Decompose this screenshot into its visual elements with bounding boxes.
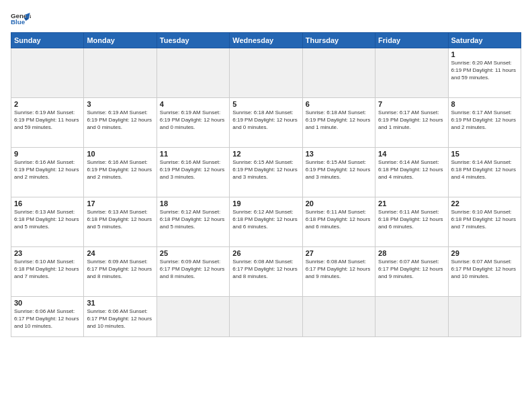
day-info: Sunrise: 6:06 AM Sunset: 6:17 PM Dayligh… bbox=[87, 308, 153, 330]
calendar-cell: 22Sunrise: 6:10 AM Sunset: 6:18 PM Dayli… bbox=[448, 197, 521, 247]
weekday-header-row: SundayMondayTuesdayWednesdayThursdayFrid… bbox=[11, 33, 521, 48]
day-info: Sunrise: 6:14 AM Sunset: 6:18 PM Dayligh… bbox=[378, 158, 445, 181]
calendar-cell: 25Sunrise: 6:09 AM Sunset: 6:17 PM Dayli… bbox=[157, 247, 229, 297]
calendar-cell: 6Sunrise: 6:18 AM Sunset: 6:19 PM Daylig… bbox=[302, 98, 375, 148]
calendar-week-row: 9Sunrise: 6:16 AM Sunset: 6:19 PM Daylig… bbox=[11, 148, 521, 197]
page: General Blue SundayMondayTuesdayWednesda… bbox=[0, 0, 532, 411]
day-number: 31 bbox=[87, 299, 153, 307]
calendar-cell: 2Sunrise: 6:19 AM Sunset: 6:19 PM Daylig… bbox=[11, 98, 84, 148]
day-info: Sunrise: 6:12 AM Sunset: 6:18 PM Dayligh… bbox=[232, 208, 299, 231]
day-info: Sunrise: 6:09 AM Sunset: 6:17 PM Dayligh… bbox=[87, 258, 153, 281]
calendar-week-row: 16Sunrise: 6:13 AM Sunset: 6:18 PM Dayli… bbox=[11, 197, 521, 247]
day-info: Sunrise: 6:19 AM Sunset: 6:19 PM Dayligh… bbox=[160, 109, 226, 132]
day-info: Sunrise: 6:10 AM Sunset: 6:18 PM Dayligh… bbox=[451, 208, 518, 231]
calendar-cell: 12Sunrise: 6:15 AM Sunset: 6:19 PM Dayli… bbox=[230, 148, 302, 197]
calendar-cell: 18Sunrise: 6:12 AM Sunset: 6:18 PM Dayli… bbox=[157, 197, 229, 247]
day-info: Sunrise: 6:16 AM Sunset: 6:19 PM Dayligh… bbox=[87, 158, 153, 181]
day-number: 4 bbox=[160, 100, 226, 108]
calendar-cell: 28Sunrise: 6:07 AM Sunset: 6:17 PM Dayli… bbox=[375, 247, 448, 297]
calendar-cell bbox=[230, 297, 302, 337]
calendar-cell bbox=[302, 48, 375, 98]
weekday-header-wednesday: Wednesday bbox=[230, 33, 302, 48]
day-number: 11 bbox=[160, 150, 226, 158]
calendar-cell bbox=[157, 48, 229, 98]
calendar-cell: 15Sunrise: 6:14 AM Sunset: 6:18 PM Dayli… bbox=[448, 148, 521, 197]
weekday-header-monday: Monday bbox=[84, 33, 157, 48]
day-info: Sunrise: 6:07 AM Sunset: 6:17 PM Dayligh… bbox=[451, 258, 518, 281]
day-number: 17 bbox=[87, 199, 153, 208]
day-info: Sunrise: 6:13 AM Sunset: 6:18 PM Dayligh… bbox=[14, 208, 81, 231]
day-number: 25 bbox=[160, 249, 226, 257]
day-number: 22 bbox=[451, 199, 518, 208]
calendar-cell: 24Sunrise: 6:09 AM Sunset: 6:17 PM Dayli… bbox=[84, 247, 157, 297]
logo: General Blue bbox=[11, 11, 31, 27]
day-info: Sunrise: 6:15 AM Sunset: 6:19 PM Dayligh… bbox=[306, 158, 372, 181]
calendar-cell: 3Sunrise: 6:19 AM Sunset: 6:19 PM Daylig… bbox=[84, 98, 157, 148]
calendar-cell: 10Sunrise: 6:16 AM Sunset: 6:19 PM Dayli… bbox=[84, 148, 157, 197]
calendar-cell bbox=[375, 297, 448, 337]
calendar-cell: 16Sunrise: 6:13 AM Sunset: 6:18 PM Dayli… bbox=[11, 197, 84, 247]
calendar-cell: 4Sunrise: 6:19 AM Sunset: 6:19 PM Daylig… bbox=[157, 98, 229, 148]
calendar-table: SundayMondayTuesdayWednesdayThursdayFrid… bbox=[11, 32, 521, 337]
day-number: 3 bbox=[87, 100, 153, 108]
day-number: 24 bbox=[87, 249, 153, 257]
day-number: 18 bbox=[160, 199, 226, 208]
weekday-header-tuesday: Tuesday bbox=[157, 33, 229, 48]
calendar-cell bbox=[302, 297, 375, 337]
day-info: Sunrise: 6:17 AM Sunset: 6:19 PM Dayligh… bbox=[451, 109, 518, 132]
day-number: 28 bbox=[378, 249, 445, 257]
calendar-week-row: 23Sunrise: 6:10 AM Sunset: 6:18 PM Dayli… bbox=[11, 247, 521, 297]
weekday-header-sunday: Sunday bbox=[11, 33, 84, 48]
calendar-cell: 13Sunrise: 6:15 AM Sunset: 6:19 PM Dayli… bbox=[302, 148, 375, 197]
calendar-cell: 1Sunrise: 6:20 AM Sunset: 6:19 PM Daylig… bbox=[448, 48, 521, 98]
day-info: Sunrise: 6:11 AM Sunset: 6:18 PM Dayligh… bbox=[378, 208, 445, 231]
calendar-cell: 23Sunrise: 6:10 AM Sunset: 6:18 PM Dayli… bbox=[11, 247, 84, 297]
day-info: Sunrise: 6:07 AM Sunset: 6:17 PM Dayligh… bbox=[378, 258, 445, 281]
day-number: 29 bbox=[451, 249, 518, 257]
calendar-cell: 5Sunrise: 6:18 AM Sunset: 6:19 PM Daylig… bbox=[230, 98, 302, 148]
day-number: 9 bbox=[14, 150, 81, 158]
day-info: Sunrise: 6:18 AM Sunset: 6:19 PM Dayligh… bbox=[232, 109, 299, 132]
day-info: Sunrise: 6:08 AM Sunset: 6:17 PM Dayligh… bbox=[232, 258, 299, 281]
day-info: Sunrise: 6:16 AM Sunset: 6:19 PM Dayligh… bbox=[160, 158, 226, 181]
calendar-cell: 26Sunrise: 6:08 AM Sunset: 6:17 PM Dayli… bbox=[230, 247, 302, 297]
day-number: 16 bbox=[14, 199, 81, 208]
svg-text:Blue: Blue bbox=[11, 18, 26, 26]
day-info: Sunrise: 6:12 AM Sunset: 6:18 PM Dayligh… bbox=[160, 208, 226, 231]
calendar-cell: 20Sunrise: 6:11 AM Sunset: 6:18 PM Dayli… bbox=[302, 197, 375, 247]
header: General Blue bbox=[11, 11, 521, 27]
day-info: Sunrise: 6:14 AM Sunset: 6:18 PM Dayligh… bbox=[451, 158, 518, 181]
day-info: Sunrise: 6:20 AM Sunset: 6:19 PM Dayligh… bbox=[451, 59, 518, 82]
day-info: Sunrise: 6:08 AM Sunset: 6:17 PM Dayligh… bbox=[306, 258, 372, 281]
calendar-cell bbox=[157, 297, 229, 337]
day-number: 2 bbox=[14, 100, 81, 108]
day-number: 5 bbox=[232, 100, 299, 108]
calendar-cell: 27Sunrise: 6:08 AM Sunset: 6:17 PM Dayli… bbox=[302, 247, 375, 297]
calendar-cell: 14Sunrise: 6:14 AM Sunset: 6:18 PM Dayli… bbox=[375, 148, 448, 197]
weekday-header-friday: Friday bbox=[375, 33, 448, 48]
logo-icon: General Blue bbox=[11, 11, 31, 27]
calendar-cell: 21Sunrise: 6:11 AM Sunset: 6:18 PM Dayli… bbox=[375, 197, 448, 247]
day-number: 13 bbox=[306, 150, 372, 158]
day-number: 1 bbox=[451, 50, 518, 58]
day-number: 6 bbox=[306, 100, 372, 108]
day-info: Sunrise: 6:18 AM Sunset: 6:19 PM Dayligh… bbox=[306, 109, 372, 132]
day-info: Sunrise: 6:09 AM Sunset: 6:17 PM Dayligh… bbox=[160, 258, 226, 281]
calendar-cell: 11Sunrise: 6:16 AM Sunset: 6:19 PM Dayli… bbox=[157, 148, 229, 197]
day-info: Sunrise: 6:19 AM Sunset: 6:19 PM Dayligh… bbox=[14, 109, 81, 132]
calendar-cell: 29Sunrise: 6:07 AM Sunset: 6:17 PM Dayli… bbox=[448, 247, 521, 297]
calendar-cell bbox=[230, 48, 302, 98]
day-info: Sunrise: 6:11 AM Sunset: 6:18 PM Dayligh… bbox=[306, 208, 372, 231]
day-number: 19 bbox=[232, 199, 299, 208]
calendar-cell bbox=[448, 297, 521, 337]
day-number: 15 bbox=[451, 150, 518, 158]
day-info: Sunrise: 6:17 AM Sunset: 6:19 PM Dayligh… bbox=[378, 109, 445, 132]
day-number: 26 bbox=[232, 249, 299, 257]
calendar-cell: 30Sunrise: 6:06 AM Sunset: 6:17 PM Dayli… bbox=[11, 297, 84, 337]
calendar-week-row: 30Sunrise: 6:06 AM Sunset: 6:17 PM Dayli… bbox=[11, 297, 521, 337]
calendar-cell: 7Sunrise: 6:17 AM Sunset: 6:19 PM Daylig… bbox=[375, 98, 448, 148]
day-number: 14 bbox=[378, 150, 445, 158]
day-number: 27 bbox=[306, 249, 372, 257]
day-number: 21 bbox=[378, 199, 445, 208]
calendar-cell bbox=[375, 48, 448, 98]
